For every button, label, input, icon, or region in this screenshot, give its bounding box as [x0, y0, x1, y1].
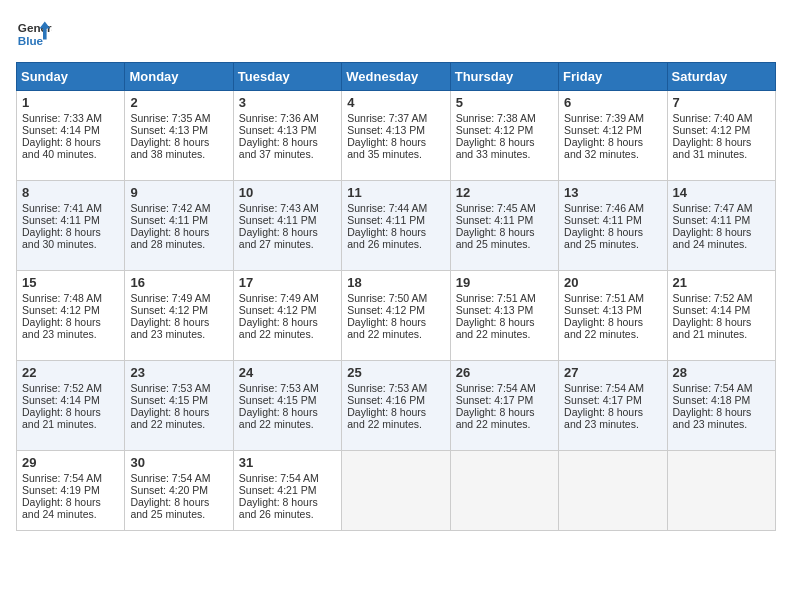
- svg-text:Blue: Blue: [18, 34, 44, 47]
- day-info-line: Sunrise: 7:40 AM: [673, 112, 770, 124]
- calendar-cell: 18Sunrise: 7:50 AMSunset: 4:12 PMDayligh…: [342, 271, 450, 361]
- day-info-line: and 23 minutes.: [130, 328, 227, 340]
- day-info-line: and 23 minutes.: [564, 418, 661, 430]
- calendar-header-row: SundayMondayTuesdayWednesdayThursdayFrid…: [17, 63, 776, 91]
- calendar-cell: 15Sunrise: 7:48 AMSunset: 4:12 PMDayligh…: [17, 271, 125, 361]
- calendar-cell: 6Sunrise: 7:39 AMSunset: 4:12 PMDaylight…: [559, 91, 667, 181]
- calendar-cell: 29Sunrise: 7:54 AMSunset: 4:19 PMDayligh…: [17, 451, 125, 531]
- day-info-line: Sunset: 4:19 PM: [22, 484, 119, 496]
- day-info-line: Sunset: 4:18 PM: [673, 394, 770, 406]
- calendar-cell: 24Sunrise: 7:53 AMSunset: 4:15 PMDayligh…: [233, 361, 341, 451]
- column-header-tuesday: Tuesday: [233, 63, 341, 91]
- day-info-line: Sunrise: 7:52 AM: [673, 292, 770, 304]
- day-info-line: Sunrise: 7:39 AM: [564, 112, 661, 124]
- day-number: 5: [456, 95, 553, 110]
- day-info-line: Sunset: 4:16 PM: [347, 394, 444, 406]
- calendar-cell: 28Sunrise: 7:54 AMSunset: 4:18 PMDayligh…: [667, 361, 775, 451]
- calendar-week-4: 22Sunrise: 7:52 AMSunset: 4:14 PMDayligh…: [17, 361, 776, 451]
- day-info-line: Daylight: 8 hours: [564, 316, 661, 328]
- day-number: 2: [130, 95, 227, 110]
- day-info-line: and 22 minutes.: [347, 418, 444, 430]
- day-info-line: Sunset: 4:11 PM: [239, 214, 336, 226]
- day-number: 19: [456, 275, 553, 290]
- calendar-cell: 21Sunrise: 7:52 AMSunset: 4:14 PMDayligh…: [667, 271, 775, 361]
- day-number: 28: [673, 365, 770, 380]
- day-info-line: Sunset: 4:14 PM: [22, 124, 119, 136]
- calendar-body: 1Sunrise: 7:33 AMSunset: 4:14 PMDaylight…: [17, 91, 776, 531]
- day-info-line: Daylight: 8 hours: [239, 316, 336, 328]
- day-number: 11: [347, 185, 444, 200]
- calendar-cell: 9Sunrise: 7:42 AMSunset: 4:11 PMDaylight…: [125, 181, 233, 271]
- column-header-thursday: Thursday: [450, 63, 558, 91]
- day-info-line: Sunset: 4:17 PM: [456, 394, 553, 406]
- day-info-line: Sunset: 4:12 PM: [564, 124, 661, 136]
- day-number: 4: [347, 95, 444, 110]
- day-info-line: Sunset: 4:13 PM: [347, 124, 444, 136]
- day-info-line: Sunrise: 7:49 AM: [130, 292, 227, 304]
- day-info-line: and 22 minutes.: [239, 328, 336, 340]
- column-header-saturday: Saturday: [667, 63, 775, 91]
- day-info-line: Sunrise: 7:51 AM: [564, 292, 661, 304]
- calendar-cell: 8Sunrise: 7:41 AMSunset: 4:11 PMDaylight…: [17, 181, 125, 271]
- calendar-cell: 17Sunrise: 7:49 AMSunset: 4:12 PMDayligh…: [233, 271, 341, 361]
- day-number: 8: [22, 185, 119, 200]
- calendar-cell: 19Sunrise: 7:51 AMSunset: 4:13 PMDayligh…: [450, 271, 558, 361]
- day-info-line: Sunrise: 7:54 AM: [130, 472, 227, 484]
- column-header-wednesday: Wednesday: [342, 63, 450, 91]
- day-info-line: Sunset: 4:13 PM: [456, 304, 553, 316]
- day-info-line: Sunset: 4:11 PM: [22, 214, 119, 226]
- day-info-line: Sunset: 4:12 PM: [130, 304, 227, 316]
- calendar-cell: 25Sunrise: 7:53 AMSunset: 4:16 PMDayligh…: [342, 361, 450, 451]
- column-header-friday: Friday: [559, 63, 667, 91]
- day-info-line: Daylight: 8 hours: [347, 226, 444, 238]
- day-info-line: Sunset: 4:11 PM: [456, 214, 553, 226]
- calendar-cell: 12Sunrise: 7:45 AMSunset: 4:11 PMDayligh…: [450, 181, 558, 271]
- day-number: 27: [564, 365, 661, 380]
- day-info-line: Sunset: 4:15 PM: [239, 394, 336, 406]
- calendar-cell: 11Sunrise: 7:44 AMSunset: 4:11 PMDayligh…: [342, 181, 450, 271]
- calendar-cell: 27Sunrise: 7:54 AMSunset: 4:17 PMDayligh…: [559, 361, 667, 451]
- day-info-line: Daylight: 8 hours: [564, 406, 661, 418]
- day-number: 12: [456, 185, 553, 200]
- day-info-line: Sunset: 4:15 PM: [130, 394, 227, 406]
- day-info-line: Daylight: 8 hours: [239, 226, 336, 238]
- day-info-line: Sunrise: 7:46 AM: [564, 202, 661, 214]
- logo-icon: General Blue: [16, 16, 52, 52]
- day-info-line: Sunrise: 7:47 AM: [673, 202, 770, 214]
- day-number: 3: [239, 95, 336, 110]
- day-info-line: and 32 minutes.: [564, 148, 661, 160]
- day-info-line: Sunset: 4:20 PM: [130, 484, 227, 496]
- column-header-monday: Monday: [125, 63, 233, 91]
- day-number: 31: [239, 455, 336, 470]
- calendar-cell: 10Sunrise: 7:43 AMSunset: 4:11 PMDayligh…: [233, 181, 341, 271]
- day-info-line: and 27 minutes.: [239, 238, 336, 250]
- day-info-line: and 33 minutes.: [456, 148, 553, 160]
- calendar-cell: 20Sunrise: 7:51 AMSunset: 4:13 PMDayligh…: [559, 271, 667, 361]
- day-info-line: Sunrise: 7:35 AM: [130, 112, 227, 124]
- calendar-cell: [667, 451, 775, 531]
- day-info-line: and 30 minutes.: [22, 238, 119, 250]
- day-info-line: and 38 minutes.: [130, 148, 227, 160]
- day-info-line: Sunset: 4:17 PM: [564, 394, 661, 406]
- day-info-line: and 28 minutes.: [130, 238, 227, 250]
- calendar-cell: 1Sunrise: 7:33 AMSunset: 4:14 PMDaylight…: [17, 91, 125, 181]
- day-info-line: Daylight: 8 hours: [130, 496, 227, 508]
- day-info-line: Sunrise: 7:45 AM: [456, 202, 553, 214]
- day-number: 21: [673, 275, 770, 290]
- day-info-line: Sunrise: 7:53 AM: [130, 382, 227, 394]
- day-number: 26: [456, 365, 553, 380]
- calendar-cell: 13Sunrise: 7:46 AMSunset: 4:11 PMDayligh…: [559, 181, 667, 271]
- day-info-line: Daylight: 8 hours: [456, 226, 553, 238]
- day-number: 13: [564, 185, 661, 200]
- day-info-line: Daylight: 8 hours: [239, 496, 336, 508]
- day-info-line: Daylight: 8 hours: [347, 136, 444, 148]
- calendar-cell: 5Sunrise: 7:38 AMSunset: 4:12 PMDaylight…: [450, 91, 558, 181]
- day-info-line: Sunset: 4:12 PM: [239, 304, 336, 316]
- day-info-line: Sunset: 4:11 PM: [564, 214, 661, 226]
- calendar-week-3: 15Sunrise: 7:48 AMSunset: 4:12 PMDayligh…: [17, 271, 776, 361]
- day-info-line: and 26 minutes.: [239, 508, 336, 520]
- day-info-line: and 24 minutes.: [673, 238, 770, 250]
- day-info-line: Sunrise: 7:54 AM: [673, 382, 770, 394]
- day-info-line: and 25 minutes.: [564, 238, 661, 250]
- page-header: General Blue: [16, 16, 776, 52]
